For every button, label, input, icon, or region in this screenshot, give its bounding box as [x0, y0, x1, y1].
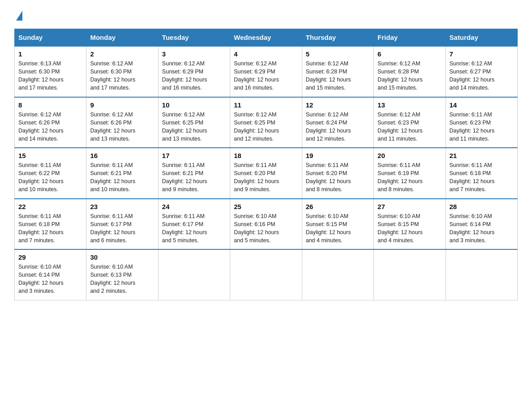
- calendar-header: SundayMondayTuesdayWednesdayThursdayFrid…: [15, 29, 518, 47]
- day-number: 9: [90, 101, 154, 109]
- day-number: 22: [18, 203, 82, 210]
- calendar-cell: 1 Sunrise: 6:13 AM Sunset: 6:30 PM Dayli…: [15, 46, 86, 97]
- day-info: Sunrise: 6:10 AM Sunset: 6:14 PM Dayligh…: [18, 263, 82, 295]
- weekday-header-monday: Monday: [86, 29, 158, 47]
- calendar-cell: 12 Sunrise: 6:12 AM Sunset: 6:24 PM Dayl…: [302, 97, 373, 148]
- day-number: 21: [450, 152, 514, 159]
- calendar-cell: [302, 249, 373, 300]
- day-number: 8: [18, 101, 82, 109]
- calendar-cell: [374, 249, 446, 300]
- calendar-cell: 16 Sunrise: 6:11 AM Sunset: 6:21 PM Dayl…: [86, 148, 158, 199]
- calendar-cell: 5 Sunrise: 6:12 AM Sunset: 6:28 PM Dayli…: [302, 46, 373, 97]
- weekday-header-friday: Friday: [374, 29, 446, 47]
- day-number: 20: [378, 152, 442, 159]
- day-info: Sunrise: 6:12 AM Sunset: 6:23 PM Dayligh…: [378, 111, 442, 143]
- calendar-cell: 9 Sunrise: 6:12 AM Sunset: 6:26 PM Dayli…: [86, 97, 158, 148]
- weekday-header-sunday: Sunday: [15, 29, 86, 47]
- calendar-cell: 4 Sunrise: 6:12 AM Sunset: 6:29 PM Dayli…: [230, 46, 302, 97]
- calendar-cell: 30 Sunrise: 6:10 AM Sunset: 6:13 PM Dayl…: [86, 249, 158, 300]
- day-info: Sunrise: 6:11 AM Sunset: 6:17 PM Dayligh…: [90, 212, 154, 245]
- day-info: Sunrise: 6:10 AM Sunset: 6:13 PM Dayligh…: [90, 263, 154, 295]
- calendar-cell: 8 Sunrise: 6:12 AM Sunset: 6:26 PM Dayli…: [15, 97, 86, 148]
- day-info: Sunrise: 6:12 AM Sunset: 6:25 PM Dayligh…: [234, 111, 298, 143]
- weekday-header-row: SundayMondayTuesdayWednesdayThursdayFrid…: [15, 29, 518, 47]
- week-row-3: 15 Sunrise: 6:11 AM Sunset: 6:22 PM Dayl…: [15, 148, 518, 199]
- day-info: Sunrise: 6:10 AM Sunset: 6:16 PM Dayligh…: [234, 212, 298, 245]
- day-info: Sunrise: 6:12 AM Sunset: 6:28 PM Dayligh…: [378, 60, 442, 92]
- day-info: Sunrise: 6:12 AM Sunset: 6:29 PM Dayligh…: [162, 60, 226, 92]
- calendar-cell: 10 Sunrise: 6:12 AM Sunset: 6:25 PM Dayl…: [158, 97, 230, 148]
- day-info: Sunrise: 6:11 AM Sunset: 6:19 PM Dayligh…: [378, 161, 442, 194]
- day-info: Sunrise: 6:12 AM Sunset: 6:27 PM Dayligh…: [450, 60, 514, 92]
- day-number: 7: [450, 50, 514, 58]
- day-info: Sunrise: 6:11 AM Sunset: 6:20 PM Dayligh…: [234, 161, 298, 194]
- weekday-header-tuesday: Tuesday: [158, 29, 230, 47]
- day-info: Sunrise: 6:12 AM Sunset: 6:26 PM Dayligh…: [18, 111, 82, 143]
- day-info: Sunrise: 6:11 AM Sunset: 6:18 PM Dayligh…: [18, 212, 82, 245]
- day-info: Sunrise: 6:11 AM Sunset: 6:18 PM Dayligh…: [450, 161, 514, 194]
- calendar-cell: 14 Sunrise: 6:11 AM Sunset: 6:23 PM Dayl…: [446, 97, 517, 148]
- calendar-cell: [446, 249, 517, 300]
- calendar-cell: [230, 249, 302, 300]
- calendar-body: 1 Sunrise: 6:13 AM Sunset: 6:30 PM Dayli…: [15, 46, 518, 300]
- day-number: 15: [18, 152, 82, 159]
- calendar-cell: 20 Sunrise: 6:11 AM Sunset: 6:19 PM Dayl…: [374, 148, 446, 199]
- day-number: 18: [234, 152, 298, 159]
- week-row-2: 8 Sunrise: 6:12 AM Sunset: 6:26 PM Dayli…: [15, 97, 518, 148]
- weekday-header-thursday: Thursday: [302, 29, 373, 47]
- day-number: 14: [450, 101, 514, 109]
- calendar-cell: 23 Sunrise: 6:11 AM Sunset: 6:17 PM Dayl…: [86, 199, 158, 250]
- day-number: 19: [306, 152, 370, 159]
- day-number: 13: [378, 101, 442, 109]
- day-number: 3: [162, 50, 226, 58]
- day-info: Sunrise: 6:12 AM Sunset: 6:25 PM Dayligh…: [162, 111, 226, 143]
- day-number: 26: [306, 203, 370, 210]
- calendar-cell: 27 Sunrise: 6:10 AM Sunset: 6:15 PM Dayl…: [374, 199, 446, 250]
- week-row-5: 29 Sunrise: 6:10 AM Sunset: 6:14 PM Dayl…: [15, 249, 518, 300]
- calendar-cell: 6 Sunrise: 6:12 AM Sunset: 6:28 PM Dayli…: [374, 46, 446, 97]
- calendar-cell: 15 Sunrise: 6:11 AM Sunset: 6:22 PM Dayl…: [15, 148, 86, 199]
- weekday-header-saturday: Saturday: [446, 29, 517, 47]
- day-number: 28: [450, 203, 514, 210]
- calendar-cell: 24 Sunrise: 6:11 AM Sunset: 6:17 PM Dayl…: [158, 199, 230, 250]
- day-number: 17: [162, 152, 226, 159]
- day-info: Sunrise: 6:10 AM Sunset: 6:14 PM Dayligh…: [450, 212, 514, 245]
- week-row-1: 1 Sunrise: 6:13 AM Sunset: 6:30 PM Dayli…: [15, 46, 518, 97]
- day-number: 2: [90, 50, 154, 58]
- day-number: 1: [18, 50, 82, 58]
- day-number: 29: [18, 253, 82, 261]
- day-info: Sunrise: 6:11 AM Sunset: 6:21 PM Dayligh…: [162, 161, 226, 194]
- weekday-header-wednesday: Wednesday: [230, 29, 302, 47]
- calendar-cell: 29 Sunrise: 6:10 AM Sunset: 6:14 PM Dayl…: [15, 249, 86, 300]
- day-info: Sunrise: 6:10 AM Sunset: 6:15 PM Dayligh…: [378, 212, 442, 245]
- page-header: [14, 11, 518, 21]
- logo-triangle-icon: [16, 11, 22, 21]
- logo: [14, 11, 22, 21]
- calendar-cell: 19 Sunrise: 6:11 AM Sunset: 6:20 PM Dayl…: [302, 148, 373, 199]
- day-number: 4: [234, 50, 298, 58]
- week-row-4: 22 Sunrise: 6:11 AM Sunset: 6:18 PM Dayl…: [15, 199, 518, 250]
- calendar-cell: 21 Sunrise: 6:11 AM Sunset: 6:18 PM Dayl…: [446, 148, 517, 199]
- day-number: 12: [306, 101, 370, 109]
- day-info: Sunrise: 6:12 AM Sunset: 6:24 PM Dayligh…: [306, 111, 370, 143]
- calendar-cell: [158, 249, 230, 300]
- day-number: 6: [378, 50, 442, 58]
- calendar-cell: 25 Sunrise: 6:10 AM Sunset: 6:16 PM Dayl…: [230, 199, 302, 250]
- day-info: Sunrise: 6:13 AM Sunset: 6:30 PM Dayligh…: [18, 60, 82, 92]
- day-info: Sunrise: 6:11 AM Sunset: 6:23 PM Dayligh…: [450, 111, 514, 143]
- calendar-cell: 7 Sunrise: 6:12 AM Sunset: 6:27 PM Dayli…: [446, 46, 517, 97]
- calendar-cell: 3 Sunrise: 6:12 AM Sunset: 6:29 PM Dayli…: [158, 46, 230, 97]
- day-info: Sunrise: 6:12 AM Sunset: 6:28 PM Dayligh…: [306, 60, 370, 92]
- day-info: Sunrise: 6:12 AM Sunset: 6:26 PM Dayligh…: [90, 111, 154, 143]
- calendar-cell: 13 Sunrise: 6:12 AM Sunset: 6:23 PM Dayl…: [374, 97, 446, 148]
- day-number: 11: [234, 101, 298, 109]
- day-number: 10: [162, 101, 226, 109]
- day-info: Sunrise: 6:11 AM Sunset: 6:22 PM Dayligh…: [18, 161, 82, 194]
- calendar-cell: 2 Sunrise: 6:12 AM Sunset: 6:30 PM Dayli…: [86, 46, 158, 97]
- day-info: Sunrise: 6:11 AM Sunset: 6:17 PM Dayligh…: [162, 212, 226, 245]
- day-number: 5: [306, 50, 370, 58]
- day-number: 30: [90, 253, 154, 261]
- day-number: 25: [234, 203, 298, 210]
- day-number: 23: [90, 203, 154, 210]
- day-number: 27: [378, 203, 442, 210]
